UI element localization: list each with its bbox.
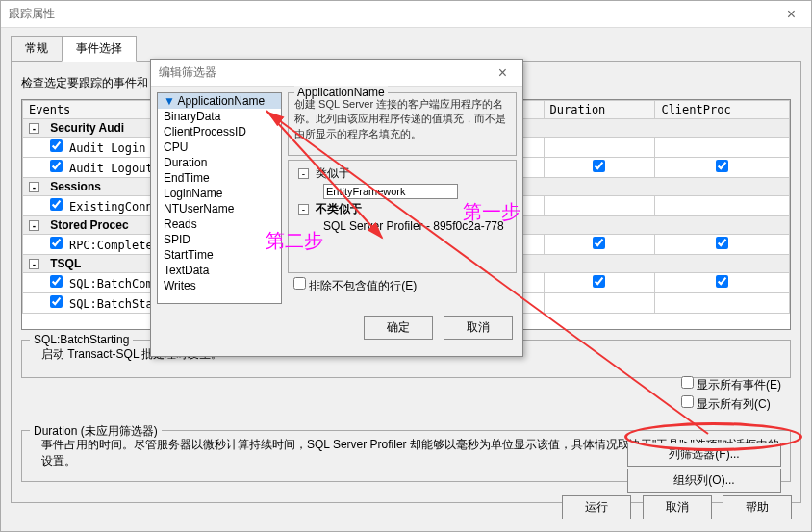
cancel-button[interactable]: 取消 bbox=[643, 495, 712, 519]
column-item[interactable]: Writes bbox=[158, 278, 281, 293]
tree-like[interactable]: - 类似于 bbox=[294, 165, 510, 183]
column-item[interactable]: ClientProcessID bbox=[158, 124, 281, 139]
grid-header[interactable]: Duration bbox=[544, 101, 655, 119]
grid-cell-check[interactable] bbox=[544, 138, 655, 158]
grid-cell-check[interactable] bbox=[544, 235, 655, 255]
grid-cell-check[interactable] bbox=[655, 158, 790, 178]
column-item[interactable]: NTUserName bbox=[158, 201, 281, 216]
column-item[interactable]: EndTime bbox=[158, 170, 281, 186]
field-legend: ApplicationName bbox=[294, 86, 388, 99]
detail2-legend: Duration (未应用筛选器) bbox=[30, 423, 162, 440]
window-title: 跟踪属性 bbox=[9, 6, 779, 22]
dlg-title: 编辑筛选器 bbox=[159, 64, 491, 81]
event-check[interactable] bbox=[50, 160, 63, 172]
run-button[interactable]: 运行 bbox=[562, 495, 631, 519]
grid-cell-check[interactable] bbox=[544, 196, 655, 216]
organize-cols-button[interactable]: 组织列(O)... bbox=[627, 469, 781, 493]
event-check[interactable] bbox=[50, 295, 63, 308]
exclude-empty-check[interactable]: 排除不包含值的行(E) bbox=[293, 279, 417, 292]
column-list[interactable]: ▼ ApplicationNameBinaryDataClientProcess… bbox=[157, 92, 282, 304]
event-check[interactable] bbox=[50, 198, 63, 211]
tab-general[interactable]: 常规 bbox=[11, 36, 63, 62]
grid-cell-check[interactable] bbox=[655, 273, 790, 293]
detail1-legend: SQL:BatchStarting bbox=[30, 333, 133, 346]
edit-filter-dialog: 编辑筛选器 × ▼ ApplicationNameBinaryDataClien… bbox=[150, 59, 523, 357]
column-item[interactable]: StartTime bbox=[158, 247, 281, 263]
event-check[interactable] bbox=[50, 275, 63, 288]
grid-cell-check[interactable] bbox=[655, 138, 790, 158]
grid-header[interactable]: ClientProc bbox=[655, 101, 790, 119]
notlike-item: SQL Server Profiler - 895f0c2a-778 bbox=[294, 218, 510, 234]
close-icon[interactable]: × bbox=[779, 6, 803, 23]
tab-events[interactable]: 事件选择 bbox=[62, 36, 137, 62]
dlg-cancel-button[interactable]: 取消 bbox=[444, 316, 513, 340]
field-desc: 创建 SQL Server 连接的客户端应用程序的名称。此列由该应用程序传递的值… bbox=[294, 97, 510, 141]
column-item[interactable]: SPID bbox=[158, 232, 281, 247]
grid-cell-check[interactable] bbox=[655, 293, 790, 314]
column-item[interactable]: ▼ ApplicationName bbox=[158, 93, 281, 109]
grid-cell-check[interactable] bbox=[655, 196, 790, 216]
grid-cell-check[interactable] bbox=[655, 235, 790, 255]
grid-cell-check[interactable] bbox=[544, 293, 655, 314]
dlg-close-icon[interactable]: × bbox=[491, 64, 515, 82]
column-item[interactable]: Reads bbox=[158, 216, 281, 232]
grid-cell-check[interactable] bbox=[544, 273, 655, 293]
dlg-ok-button[interactable]: 确定 bbox=[364, 316, 433, 340]
column-item[interactable]: CPU bbox=[158, 139, 281, 155]
help-button[interactable]: 帮助 bbox=[723, 495, 792, 519]
grid-cell-check[interactable] bbox=[544, 158, 655, 178]
show-all-events[interactable]: 显示所有事件(E) bbox=[681, 376, 781, 393]
event-check[interactable] bbox=[50, 237, 63, 249]
tree-toggle-icon[interactable]: - bbox=[298, 204, 309, 215]
column-item[interactable]: TextData bbox=[158, 263, 281, 278]
tree-toggle-icon[interactable]: - bbox=[298, 168, 309, 179]
col-filter-button[interactable]: 列筛选器(F)... bbox=[627, 443, 781, 467]
column-item[interactable]: BinaryData bbox=[158, 109, 281, 124]
event-check[interactable] bbox=[50, 139, 63, 152]
column-item[interactable]: LoginName bbox=[158, 186, 281, 201]
like-value-input[interactable] bbox=[323, 184, 458, 199]
column-item[interactable]: Duration bbox=[158, 155, 281, 170]
tree-notlike[interactable]: - 不类似于 bbox=[294, 200, 510, 218]
show-all-cols[interactable]: 显示所有列(C) bbox=[681, 395, 781, 413]
